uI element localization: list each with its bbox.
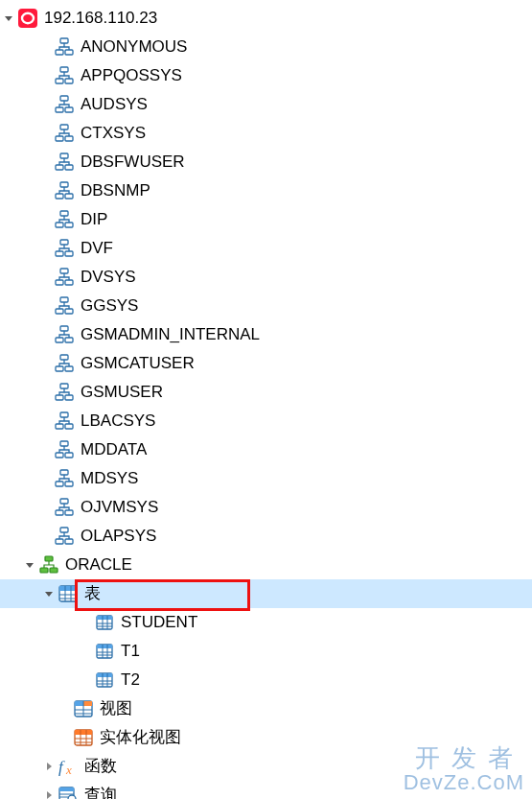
schema-node[interactable]: ANONYMOUS (0, 33, 532, 61)
expand-arrow-icon[interactable] (2, 12, 15, 25)
tables-folder-icon (58, 583, 79, 604)
schema-node[interactable]: DBSNMP (0, 176, 532, 205)
oracle-icon (17, 8, 38, 29)
table-icon (94, 641, 115, 662)
schema-icon (54, 180, 75, 201)
table-icon (94, 670, 115, 691)
expand-arrow-icon[interactable] (23, 558, 36, 572)
tree-item-label: 表 (84, 583, 101, 604)
schema-icon (54, 324, 75, 345)
schema-icon (54, 353, 75, 374)
views-folder-icon (73, 698, 94, 719)
tree-item-label: DVSYS (81, 267, 136, 288)
tree-item-label: 查询 (84, 785, 117, 799)
tree-item-label: GSMUSER (81, 382, 163, 403)
table-node[interactable]: T1 (0, 637, 532, 666)
connection-node[interactable]: 192.168.110.23 (0, 4, 532, 33)
tree-item-label: OJVMSYS (81, 497, 158, 518)
schema-icon (54, 209, 75, 230)
tree-item-label: AUDSYS (81, 94, 148, 115)
expand-arrow-icon[interactable] (42, 788, 56, 799)
schema-node[interactable]: GSMUSER (0, 378, 532, 407)
tree-item-label: GSMCATUSER (81, 353, 195, 374)
schema-node[interactable]: OLAPSYS (0, 522, 532, 551)
tree-item-label: STUDENT (121, 612, 197, 633)
views-folder[interactable]: 视图 (0, 694, 532, 723)
mviews-folder-icon (73, 727, 94, 748)
schema-icon (54, 526, 75, 547)
tree-item-label: APPQOSSYS (81, 65, 182, 86)
schema-node[interactable]: AUDSYS (0, 90, 532, 119)
schema-node[interactable]: DBSFWUSER (0, 148, 532, 176)
schema-icon (54, 123, 75, 144)
schema-icon (54, 36, 75, 58)
schema-node[interactable]: GSMCATUSER (0, 349, 532, 378)
mviews-folder[interactable]: 实体化视图 (0, 723, 532, 752)
tree-item-label: 函数 (84, 756, 117, 777)
tree-item-label: LBACSYS (81, 411, 155, 432)
tree-item-label: DBSFWUSER (81, 152, 185, 173)
schema-icon (54, 295, 75, 317)
schema-icon (54, 152, 75, 173)
schema-icon (54, 411, 75, 432)
schema-node[interactable]: DVSYS (0, 263, 532, 292)
schema-node[interactable]: APPQOSSYS (0, 61, 532, 90)
schema-icon (54, 468, 75, 489)
tree-item-label: CTXSYS (81, 123, 146, 144)
schema-active-icon (38, 554, 59, 576)
tree-item-label: DBSNMP (81, 180, 150, 201)
tree-item-label: GSMADMIN_INTERNAL (81, 324, 260, 345)
tree-item-label: MDSYS (81, 468, 138, 489)
tree-item-label: ORACLE (65, 554, 132, 576)
schema-icon (54, 497, 75, 518)
tree-item-label: 实体化视图 (100, 727, 181, 748)
tree-item-label: T1 (121, 641, 140, 662)
tree-item-label: DIP (81, 209, 107, 230)
schema-node[interactable]: MDSYS (0, 464, 532, 493)
schema-icon (54, 65, 75, 86)
schema-node[interactable]: GGSYS (0, 292, 532, 320)
function-folder-icon (58, 756, 79, 777)
tree-item-label: DVF (81, 238, 113, 259)
schema-icon (54, 382, 75, 403)
tree-item-label: ANONYMOUS (81, 36, 187, 58)
schema-icon (54, 238, 75, 259)
tree-item-label: GGSYS (81, 295, 138, 317)
expand-arrow-icon[interactable] (42, 587, 56, 600)
schema-node-active[interactable]: ORACLE (0, 551, 532, 579)
tree-item-label: MDDATA (81, 439, 147, 460)
schema-node[interactable]: CTXSYS (0, 119, 532, 148)
schema-icon (54, 94, 75, 115)
tree-item-label: OLAPSYS (81, 526, 156, 547)
expand-arrow-icon[interactable] (42, 760, 56, 773)
table-node[interactable]: T2 (0, 666, 532, 694)
schema-icon (54, 267, 75, 288)
query-folder-icon (58, 785, 79, 799)
schema-node[interactable]: LBACSYS (0, 407, 532, 435)
tree-item-label: 视图 (100, 698, 132, 719)
schema-node[interactable]: GSMADMIN_INTERNAL (0, 320, 532, 349)
schema-node[interactable]: DVF (0, 234, 532, 263)
table-icon (94, 612, 115, 633)
tree-item-label: 192.168.110.23 (44, 8, 157, 29)
schema-icon (54, 439, 75, 460)
schema-node[interactable]: OJVMSYS (0, 493, 532, 522)
tree-item-label: T2 (121, 670, 140, 691)
table-node[interactable]: STUDENT (0, 608, 532, 637)
functions-folder[interactable]: 函数 (0, 752, 532, 781)
queries-folder[interactable]: 查询 (0, 781, 532, 799)
schema-node[interactable]: DIP (0, 205, 532, 234)
schema-node[interactable]: MDDATA (0, 435, 532, 464)
tables-folder[interactable]: 表 (0, 579, 532, 608)
